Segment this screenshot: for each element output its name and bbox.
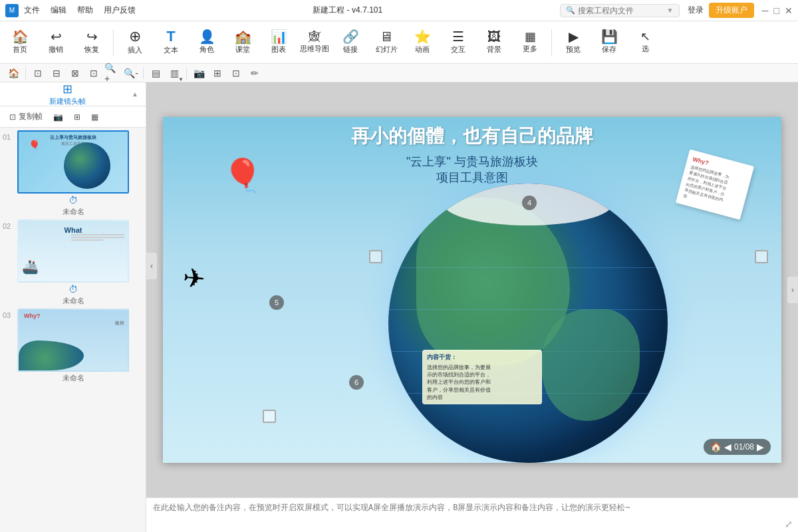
sec-tool-export[interactable]: ⊡ <box>228 65 244 81</box>
sec-tool-camera[interactable]: 📷 <box>191 65 207 81</box>
search-input[interactable] <box>578 6 664 15</box>
slide-2-wrapper: What 🚢 ⏱ 未命名 <box>17 219 129 306</box>
tool-redo-label: 恢复 <box>84 45 99 55</box>
right-panel-toggle[interactable]: › <box>787 277 798 303</box>
tool-preview-label: 预览 <box>566 45 581 55</box>
sec-tool-edit[interactable]: ✏ <box>247 65 263 81</box>
marker-5[interactable]: 5 <box>269 295 284 310</box>
tool-background[interactable]: 🖼 背景 <box>477 24 511 61</box>
copy-frame-label: 复制帧 <box>19 111 43 122</box>
title-bar: M 文件 编辑 帮助 用户反馈 新建工程 - v4.7.101 🔍 ▼ 登录 升… <box>0 0 798 21</box>
slide-label-1: 未命名 <box>17 207 129 217</box>
slide-thumb-3[interactable]: Why? 板块 <box>17 309 129 372</box>
tool-text[interactable]: T 文本 <box>154 24 188 61</box>
menu-feedback[interactable]: 用户反馈 <box>104 5 136 16</box>
menu-file[interactable]: 文件 <box>24 5 40 16</box>
tool-home[interactable]: 🏠 首页 <box>3 24 37 61</box>
toolbar: 🏠 首页 ↩ 撤销 ↪ 恢复 ⊕ 插入 T 文本 👤 角色 🏫 课堂 📊 图表 … <box>0 21 798 64</box>
preview-icon: ▶ <box>569 30 579 43</box>
sec-tool-copy1[interactable]: ⊡ <box>30 65 46 81</box>
content-box[interactable]: 内容干货： 选择您的品牌故事，为要展示的市场找到合适的平台，利用上述平台向您的客… <box>422 350 542 404</box>
tool-save[interactable]: 💾 保存 <box>592 24 626 61</box>
menu-help[interactable]: 帮助 <box>77 5 93 16</box>
login-button[interactable]: 登录 <box>688 5 704 16</box>
nav-next-button[interactable]: ▶ <box>757 442 764 452</box>
new-frame-icon: ⊞ <box>63 82 72 96</box>
tool-interact-label: 交互 <box>451 45 466 55</box>
sec-tool-copy2[interactable]: ⊟ <box>49 65 65 81</box>
tool-select[interactable]: ↖ 选 <box>628 24 662 61</box>
sidebar-tools: ⊡ 复制帧 📷 ⊞ ▦ <box>0 106 146 128</box>
tool-preview[interactable]: ▶ 预览 <box>556 24 591 61</box>
sec-tool-dist[interactable]: ▥▼ <box>166 65 182 81</box>
slide-title: 再小的個體，也有自己的品牌 <box>351 124 593 149</box>
sidebar-scroll-up[interactable]: ▲ <box>130 86 140 102</box>
canvas-area: › 再小的個體，也有自己的品牌 "云上享" 与贵马旅游板块 项目工具意图 🎈 ✈ <box>146 82 798 532</box>
app-title: 新建工程 - v4.7.101 <box>136 5 560 16</box>
tool-undo[interactable]: ↩ 撤销 <box>39 24 73 61</box>
resize-handle-left[interactable] <box>369 250 382 263</box>
sec-tool-grid[interactable]: ⊠ <box>67 65 83 81</box>
camera-tool[interactable]: 📷 <box>49 111 67 123</box>
resize-handle-right[interactable] <box>755 250 768 263</box>
role-icon: 👤 <box>199 30 215 43</box>
slide-item-1[interactable]: 01 云上享与贵马旅游板块 项目工具意图 🎈 ⏱ 未命名 <box>3 130 143 217</box>
maximize-button[interactable]: □ <box>774 5 779 16</box>
slide-label-3: 未命名 <box>17 373 129 383</box>
tool-slideshow-label: 幻灯片 <box>376 45 398 55</box>
notes-input[interactable] <box>153 502 791 532</box>
sec-tool-frame[interactable]: ⊞ <box>209 65 225 81</box>
new-frame-button[interactable]: ⊞ 新建镜头帧 <box>5 82 130 106</box>
tool-slideshow[interactable]: 🖥 幻灯片 <box>369 24 404 61</box>
resize-handle-bottom[interactable] <box>263 410 276 423</box>
globe-sphere <box>388 184 668 463</box>
slide-thumb-1[interactable]: 云上享与贵马旅游板块 项目工具意图 🎈 <box>17 130 129 194</box>
nav-home-icon[interactable]: 🏠 <box>710 442 722 452</box>
insert-icon: ⊕ <box>129 29 141 44</box>
sidebar-collapse-button[interactable]: ‹ <box>146 253 157 279</box>
expand-notes-button[interactable]: ⤢ <box>785 519 793 529</box>
copy-frame-icon: ⊡ <box>9 112 16 122</box>
menu-edit[interactable]: 编辑 <box>51 5 66 16</box>
close-button[interactable]: ✕ <box>785 5 793 16</box>
tool-animation[interactable]: ⭐ 动画 <box>405 24 440 61</box>
search-box[interactable]: 🔍 ▼ <box>560 4 680 17</box>
tool-classroom-label: 课堂 <box>235 45 250 55</box>
tool-interact[interactable]: ☰ 交互 <box>441 24 475 61</box>
save-icon: 💾 <box>601 30 618 43</box>
slide-canvas[interactable]: 再小的個體，也有自己的品牌 "云上享" 与贵马旅游板块 项目工具意图 🎈 ✈ <box>163 117 781 463</box>
marker-6[interactable]: 6 <box>349 375 364 390</box>
tool-link[interactable]: 🔗 链接 <box>333 24 368 61</box>
copy-frame-button[interactable]: ⊡ 复制帧 <box>5 110 47 124</box>
tool-redo[interactable]: ↪ 恢复 <box>74 24 109 61</box>
grid-tool[interactable]: ⊞ <box>70 111 84 123</box>
sec-tool-align[interactable]: ▤ <box>148 65 164 81</box>
nav-prev-button[interactable]: ◀ <box>724 442 732 452</box>
content-box-body: 选择您的品牌故事，为要展示的市场找到合适的平台，利用上述平台向您的客户和客户，分… <box>427 364 537 401</box>
sec-tool-zoomout[interactable]: 🔍- <box>123 65 139 81</box>
balloon-element[interactable]: 🎈 <box>223 157 263 210</box>
slide-thumb-2[interactable]: What 🚢 <box>17 219 129 283</box>
select-icon: ↖ <box>640 31 650 43</box>
tool-classroom[interactable]: 🏫 课堂 <box>225 24 260 61</box>
layout-tool[interactable]: ▦ <box>87 111 102 123</box>
background-icon: 🖼 <box>487 30 501 43</box>
slide-item-3[interactable]: 03 Why? 板块 未命名 <box>3 309 143 383</box>
tool-more[interactable]: ▦ 更多 <box>513 24 547 61</box>
sec-tool-home[interactable]: 🏠 <box>5 65 21 81</box>
tool-insert[interactable]: ⊕ 插入 <box>118 24 152 61</box>
marker-4[interactable]: 4 <box>522 196 537 210</box>
search-dropdown-icon[interactable]: ▼ <box>667 7 674 14</box>
sidebar: ⊞ 新建镜头帧 ▲ ⊡ 复制帧 📷 ⊞ ▦ 01 <box>0 82 146 532</box>
sec-tool-copy3[interactable]: ⊡ <box>86 65 102 81</box>
slide-item-2[interactable]: 02 What 🚢 ⏱ 未 <box>3 219 143 306</box>
airplane-element[interactable]: ✈ <box>182 263 207 295</box>
globe-container[interactable] <box>388 184 668 463</box>
tool-chart[interactable]: 📊 图表 <box>261 24 296 61</box>
tool-mindmap[interactable]: 🕸 思维导图 <box>297 24 332 61</box>
minimize-button[interactable]: ─ <box>762 5 769 16</box>
upgrade-button[interactable]: 升级账户 <box>709 3 754 18</box>
sec-tool-zoomin[interactable]: 🔍+ <box>104 65 120 81</box>
tool-role[interactable]: 👤 角色 <box>190 24 224 61</box>
slide-label-2: 未命名 <box>17 296 129 306</box>
